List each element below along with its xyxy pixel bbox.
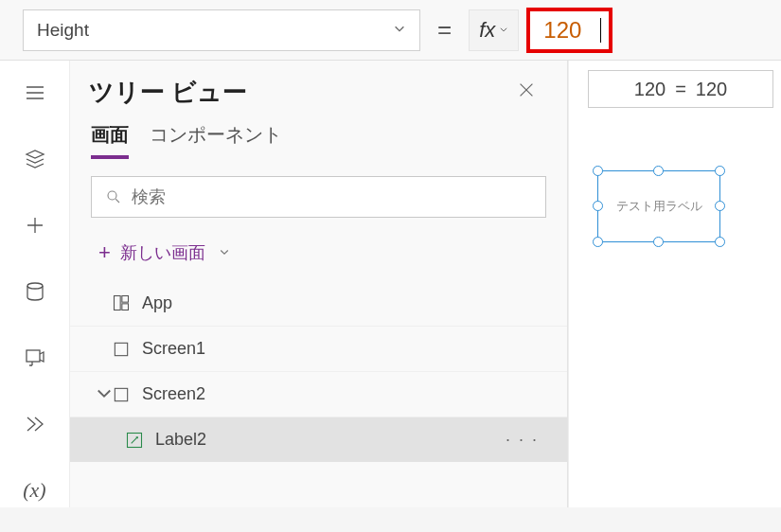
media-icon[interactable] [12, 341, 58, 375]
resize-handle-bl[interactable] [593, 237, 603, 247]
new-screen-button[interactable]: + 新しい画面 [70, 231, 567, 275]
svg-rect-5 [122, 304, 129, 310]
fx-button[interactable]: fx [469, 9, 519, 51]
canvas-area[interactable]: 120 = 120 テスト用ラベル [568, 61, 781, 507]
screen-icon [112, 340, 131, 359]
data-icon[interactable] [12, 275, 58, 309]
resize-handle-bm[interactable] [653, 237, 664, 247]
tree-item-label: Screen1 [142, 339, 205, 359]
tree-view-panel: ツリー ビュー 画面 コンポーネント + 新しい画面 App [70, 61, 568, 507]
resize-handle-tl[interactable] [593, 166, 603, 176]
svg-point-2 [108, 191, 116, 200]
search-box[interactable] [91, 176, 546, 218]
plus-icon: + [98, 240, 111, 265]
label-icon [125, 431, 144, 450]
formula-result: 120 = 120 [588, 70, 773, 108]
chevron-down-icon[interactable] [95, 383, 112, 405]
search-icon [105, 188, 122, 205]
insert-icon[interactable] [12, 208, 58, 242]
svg-rect-3 [115, 296, 121, 310]
svg-rect-1 [27, 350, 40, 362]
resize-handle-mr[interactable] [715, 201, 725, 211]
equals-sign: = [428, 15, 461, 44]
formula-input[interactable]: 120 [543, 17, 600, 44]
panel-title: ツリー ビュー [89, 76, 247, 109]
svg-rect-4 [122, 296, 129, 303]
tree-item-app[interactable]: App [70, 280, 567, 326]
app-icon [112, 293, 131, 312]
resize-handle-tr[interactable] [715, 166, 725, 176]
chevron-down-icon [219, 246, 230, 260]
new-screen-label: 新しい画面 [120, 241, 205, 264]
property-name: Height [37, 20, 89, 41]
tree-view-icon[interactable] [12, 142, 58, 176]
tab-components[interactable]: コンポーネント [150, 122, 282, 159]
resize-handle-ml[interactable] [593, 201, 603, 211]
tab-screens[interactable]: 画面 [91, 122, 129, 159]
power-automate-icon[interactable] [12, 407, 58, 441]
property-selector[interactable]: Height [23, 9, 420, 51]
left-rail: (x) [0, 61, 70, 507]
formula-bar: Height = fx 120 [0, 0, 781, 61]
chevron-down-icon [499, 25, 508, 36]
screen-icon [112, 385, 131, 404]
text-caret [600, 18, 601, 43]
svg-point-0 [27, 283, 43, 289]
svg-rect-6 [115, 343, 127, 355]
tree-item-screen1[interactable]: Screen1 [70, 326, 567, 371]
hamburger-icon[interactable] [12, 76, 58, 110]
tree-item-label: App [142, 293, 172, 313]
tree-list: App Screen1 Screen2 Label2 · · · [70, 280, 567, 462]
close-icon[interactable] [516, 78, 537, 107]
svg-rect-7 [115, 388, 127, 400]
formula-input-highlight: 120 [526, 8, 612, 53]
more-icon[interactable]: · · · [506, 430, 539, 450]
result-lhs: 120 [634, 79, 666, 100]
resize-handle-br[interactable] [715, 237, 725, 247]
search-input[interactable] [132, 187, 532, 207]
panel-tabs: 画面 コンポーネント [70, 115, 567, 159]
result-rhs: 120 [696, 79, 727, 100]
tree-item-screen2[interactable]: Screen2 [70, 371, 567, 417]
variables-icon[interactable]: (x) [12, 473, 58, 507]
label-text: テスト用ラベル [616, 198, 702, 215]
fx-label: fx [479, 18, 495, 43]
chevron-down-icon [393, 22, 406, 38]
result-op: = [675, 79, 686, 100]
selected-label-control[interactable]: テスト用ラベル [597, 170, 720, 242]
tree-item-label: Screen2 [142, 384, 205, 404]
resize-handle-tm[interactable] [653, 166, 664, 176]
tree-item-label2[interactable]: Label2 · · · [70, 417, 567, 462]
tree-item-label: Label2 [155, 430, 206, 450]
